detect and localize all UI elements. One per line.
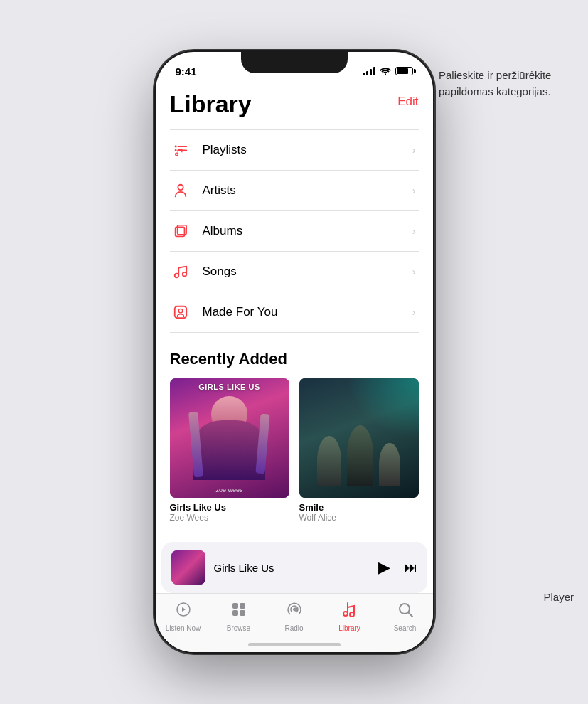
mini-player-art bbox=[171, 550, 205, 585]
menu-item-made-for-you[interactable]: Made For You › bbox=[170, 292, 419, 333]
svg-point-6 bbox=[175, 153, 178, 156]
browse-icon bbox=[230, 601, 247, 622]
artists-icon bbox=[170, 180, 191, 201]
menu-item-songs[interactable]: Songs › bbox=[170, 252, 419, 292]
svg-rect-18 bbox=[232, 610, 238, 616]
artists-chevron: › bbox=[412, 185, 416, 196]
songs-icon bbox=[170, 261, 191, 282]
play-button[interactable]: ▶ bbox=[378, 558, 390, 577]
tab-listen-now-label: Listen Now bbox=[166, 624, 201, 632]
player-annotation: Player bbox=[543, 591, 574, 603]
home-indicator bbox=[248, 643, 341, 646]
songs-label: Songs bbox=[203, 265, 412, 279]
svg-rect-2 bbox=[174, 146, 176, 148]
girls-like-us-title: Girls Like Us bbox=[170, 502, 289, 513]
svg-marker-15 bbox=[182, 607, 186, 612]
albums-label: Albums bbox=[203, 224, 412, 238]
menu-item-albums[interactable]: Albums › bbox=[170, 211, 419, 252]
svg-point-11 bbox=[182, 272, 186, 277]
svg-rect-19 bbox=[240, 610, 245, 616]
svg-point-10 bbox=[174, 274, 178, 278]
library-menu: Playlists › Artists › bbox=[170, 129, 419, 333]
recently-added-title: Recently Added bbox=[170, 350, 419, 368]
albums-icon bbox=[170, 220, 191, 242]
album-art-girls-like-us: GIRLS LIKE US zoe wees bbox=[170, 378, 289, 498]
forward-button[interactable]: ⏭ bbox=[405, 560, 417, 575]
girls-like-us-overlay-title: GIRLS LIKE US bbox=[170, 383, 289, 391]
svg-point-7 bbox=[178, 185, 183, 190]
made-for-you-icon bbox=[170, 302, 191, 323]
svg-rect-12 bbox=[174, 306, 186, 319]
signal-icon bbox=[363, 67, 375, 75]
library-icon bbox=[341, 601, 358, 622]
listen-now-icon bbox=[175, 601, 192, 622]
albums-chevron: › bbox=[412, 225, 416, 237]
girls-like-us-overlay-artist: zoe wees bbox=[170, 486, 289, 494]
library-header: Library Edit bbox=[170, 83, 419, 129]
svg-rect-8 bbox=[175, 228, 184, 237]
album-art-smile bbox=[299, 378, 419, 498]
wifi-icon bbox=[380, 67, 391, 75]
tab-library[interactable]: Library bbox=[322, 601, 378, 632]
tab-browse[interactable]: Browse bbox=[211, 601, 267, 632]
svg-line-24 bbox=[408, 613, 412, 617]
smile-title: Smile bbox=[299, 502, 419, 513]
svg-rect-17 bbox=[240, 603, 245, 609]
tab-search-label: Search bbox=[394, 624, 417, 632]
playlists-icon bbox=[170, 139, 191, 161]
tab-search[interactable]: Search bbox=[378, 601, 433, 632]
playlists-chevron: › bbox=[412, 144, 416, 156]
page-title: Library bbox=[170, 90, 252, 118]
album-card-girls-like-us[interactable]: GIRLS LIKE US zoe wees Girls Like Us Zoe… bbox=[170, 378, 289, 523]
menu-item-artists[interactable]: Artists › bbox=[170, 171, 419, 211]
radio-icon bbox=[286, 601, 303, 622]
playlists-label: Playlists bbox=[203, 143, 412, 157]
artists-label: Artists bbox=[203, 183, 412, 198]
svg-point-22 bbox=[350, 612, 354, 617]
made-for-you-label: Made For You bbox=[203, 305, 412, 319]
songs-chevron: › bbox=[412, 266, 416, 277]
main-content: Library Edit Playlists › bbox=[156, 83, 433, 542]
made-for-you-chevron: › bbox=[412, 306, 416, 318]
edit-annotation: Palieskite ir peržiūrėkite papildomas ka… bbox=[439, 68, 574, 100]
smile-artist: Wolf Alice bbox=[299, 513, 419, 523]
tab-library-label: Library bbox=[338, 624, 360, 632]
svg-rect-4 bbox=[174, 149, 176, 151]
mini-player-controls: ▶ ⏭ bbox=[378, 558, 417, 577]
status-icons bbox=[363, 67, 413, 75]
svg-point-13 bbox=[178, 309, 183, 313]
tab-radio[interactable]: Radio bbox=[267, 601, 322, 632]
menu-item-playlists[interactable]: Playlists › bbox=[170, 130, 419, 171]
battery-icon bbox=[395, 67, 413, 75]
albums-grid: GIRLS LIKE US zoe wees Girls Like Us Zoe… bbox=[170, 378, 419, 523]
svg-rect-16 bbox=[232, 603, 238, 609]
tab-browse-label: Browse bbox=[227, 624, 250, 632]
status-time: 9:41 bbox=[176, 65, 197, 78]
mini-player[interactable]: Girls Like Us ▶ ⏭ bbox=[161, 542, 427, 593]
album-card-smile[interactable]: Smile Wolf Alice bbox=[299, 378, 419, 523]
search-icon bbox=[397, 601, 414, 622]
svg-point-21 bbox=[343, 612, 348, 616]
girls-like-us-artist: Zoe Wees bbox=[170, 513, 289, 523]
mini-player-title: Girls Like Us bbox=[214, 562, 378, 574]
phone-shell: 9:41 Library Edit bbox=[156, 52, 433, 652]
notch bbox=[241, 52, 348, 73]
tab-radio-label: Radio bbox=[284, 624, 303, 632]
svg-point-20 bbox=[293, 608, 296, 611]
tab-listen-now[interactable]: Listen Now bbox=[156, 601, 211, 632]
edit-button[interactable]: Edit bbox=[397, 90, 418, 109]
